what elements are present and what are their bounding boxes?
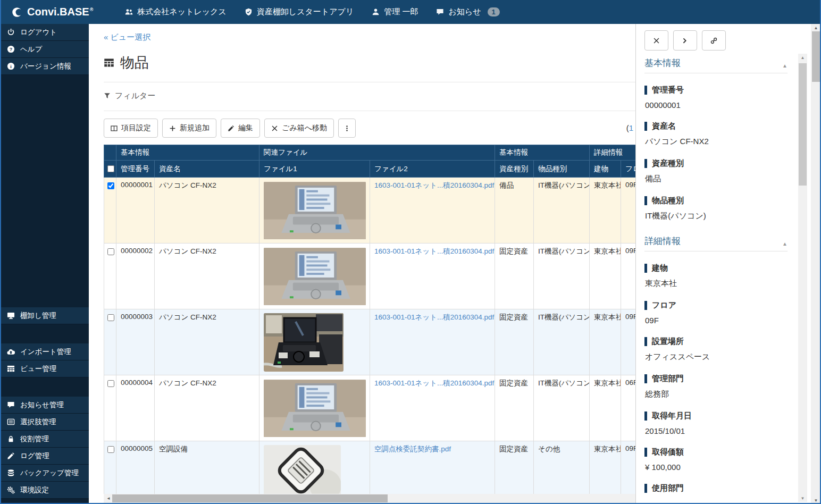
- scroll-down-arrow-icon[interactable]: ▼: [811, 497, 821, 504]
- table-row[interactable]: 00000003 パソコン CF-NX2 1603-001-01ネット...積2…: [104, 309, 636, 375]
- panel-section-detail-info[interactable]: 詳細情報 ▲: [644, 235, 788, 251]
- row-checkbox[interactable]: [107, 182, 114, 189]
- collapse-arrow-icon[interactable]: ▲: [782, 241, 788, 247]
- ellipsis-v-icon: [344, 125, 350, 132]
- more-actions-button[interactable]: [338, 119, 356, 138]
- row-checkbox[interactable]: [107, 248, 114, 255]
- edit-button[interactable]: 編集: [221, 119, 260, 138]
- column-header[interactable]: 物品種別: [534, 161, 590, 178]
- sidebar-item-label: バージョン情報: [20, 62, 71, 71]
- horizontal-scrollbar-thumb[interactable]: [112, 494, 388, 502]
- field-label: 取得年月日: [652, 411, 692, 421]
- table-icon: [104, 57, 114, 68]
- sidebar-item-notices[interactable]: お知らせ管理: [0, 397, 89, 414]
- field-accent-bar: [644, 484, 647, 493]
- laptop-photo[interactable]: [264, 247, 366, 306]
- table-toolbar: 項目設定 新規追加 編集 ごみ箱へ移動 (1: [104, 119, 635, 138]
- table-row[interactable]: 00000004 パソコン CF-NX2 1603-001-01ネット...積2…: [104, 375, 636, 441]
- view-select-link[interactable]: « ビュー選択: [104, 32, 150, 43]
- column-header[interactable]: ファイル2: [370, 161, 495, 178]
- page-scrollbar[interactable]: ▲ ▼: [811, 24, 821, 504]
- sidebar-item-settings[interactable]: 環境設定: [0, 482, 89, 499]
- sidebar-item-logout[interactable]: ログアウト: [0, 24, 89, 41]
- field-label: 取得価額: [652, 447, 684, 457]
- sidebar-item-label: ビュー管理: [20, 364, 56, 374]
- nav-user[interactable]: 管理 一郎: [372, 7, 418, 17]
- pdf-link[interactable]: 1603-001-01ネット...積20160304.pdf: [374, 379, 494, 387]
- sidebar-item-backup[interactable]: バックアップ管理: [0, 465, 89, 482]
- panel-field: 取得年月日 2015/10/01: [644, 411, 788, 435]
- cell-name: パソコン CF-NX2: [155, 178, 259, 243]
- panel-toolbar: [644, 30, 788, 51]
- column-header[interactable]: 管理番号: [116, 161, 155, 178]
- table-row[interactable]: 00000005 空調設備 空調点検委託契約書.pdf 固定資産 その他 東京本…: [104, 441, 636, 500]
- selection-count: (1: [626, 123, 633, 132]
- panel-scrollbar[interactable]: ▲ ▼: [798, 54, 807, 502]
- scroll-left-arrow-icon[interactable]: ◄: [105, 494, 112, 503]
- column-settings-button[interactable]: 項目設定: [104, 119, 158, 138]
- column-header[interactable]: 資産名: [155, 161, 259, 178]
- field-accent-bar: [644, 159, 647, 168]
- column-header[interactable]: ファイル1: [259, 161, 370, 178]
- collapse-arrow-icon[interactable]: ▲: [782, 63, 788, 69]
- cell-id: 00000004: [116, 375, 155, 441]
- panel-section-basic-info[interactable]: 基本情報 ▲: [644, 57, 788, 73]
- cell-floor: 09F: [621, 178, 635, 243]
- air-conditioner-photo[interactable]: [264, 445, 341, 496]
- scroll-up-arrow-icon[interactable]: ▲: [798, 54, 807, 61]
- add-new-button[interactable]: 新規追加: [162, 119, 216, 138]
- sidebar-item-choices[interactable]: 選択肢管理: [0, 414, 89, 431]
- app-logo[interactable]: Convi.BASE®: [0, 6, 107, 18]
- cell-name: パソコン CF-NX2: [155, 375, 259, 441]
- sidebar-item-help[interactable]: ヘルプ: [0, 41, 89, 58]
- cell-name: パソコン CF-NX2: [155, 243, 259, 309]
- select-all-checkbox[interactable]: [107, 165, 114, 172]
- link-icon: [710, 37, 717, 44]
- lock-icon: [7, 435, 15, 443]
- button-label: 新規追加: [180, 123, 210, 133]
- nav-app[interactable]: 資産棚卸しスタートアプリ: [245, 7, 354, 17]
- sidebar-item-views[interactable]: ビュー管理: [0, 360, 89, 377]
- nav-notifications[interactable]: お知らせ 1: [436, 7, 499, 17]
- row-checkbox[interactable]: [107, 446, 114, 453]
- table-row[interactable]: 00000002 パソコン CF-NX2 1603-001-01ネット...積2…: [104, 243, 636, 309]
- column-header[interactable]: フロア: [621, 161, 635, 178]
- column-header-row: 管理番号 資産名 ファイル1 ファイル2 資産種別 物品種別 建物 フロア: [104, 161, 636, 178]
- sidebar-item-label: 役割管理: [20, 434, 49, 444]
- page-scrollbar-thumb[interactable]: [812, 31, 820, 82]
- cell-floor: 06F: [621, 375, 635, 441]
- scroll-up-arrow-icon[interactable]: ▲: [811, 24, 821, 31]
- pdf-link[interactable]: 1603-001-01ネット...積20160304.pdf: [374, 181, 494, 189]
- row-checkbox[interactable]: [107, 380, 114, 387]
- sidebar-item-import[interactable]: インポート管理: [0, 343, 89, 360]
- laptop-photo[interactable]: [264, 181, 366, 240]
- laptop-desk-photo[interactable]: [264, 313, 344, 372]
- move-to-trash-button[interactable]: ごみ箱へ移動: [264, 119, 334, 138]
- row-checkbox[interactable]: [107, 314, 114, 321]
- field-accent-bar: [644, 196, 647, 205]
- field-accent-bar: [644, 86, 647, 95]
- column-header[interactable]: 資産種別: [495, 161, 534, 178]
- cell-asset-type: 固定資産: [495, 309, 534, 375]
- close-panel-button[interactable]: [644, 30, 668, 51]
- pdf-link[interactable]: 1603-001-01ネット...積20160304.pdf: [374, 247, 494, 255]
- cell-asset-type: 備品: [495, 178, 534, 243]
- cell-floor: 09F: [621, 309, 635, 375]
- nav-company[interactable]: 株式会社ネットレックス: [125, 7, 226, 17]
- cloud-upload-icon: [7, 348, 15, 356]
- sidebar-item-label: ログアウト: [20, 28, 57, 37]
- next-record-button[interactable]: [673, 30, 697, 51]
- table-row[interactable]: 00000001 パソコン CF-NX2 1603-001-01ネット...積2…: [104, 178, 636, 243]
- sidebar-item-roles[interactable]: 役割管理: [0, 431, 89, 448]
- pdf-link[interactable]: 1603-001-01ネット...積20160304.pdf: [374, 313, 494, 321]
- sidebar-item-logs[interactable]: ログ管理: [0, 448, 89, 465]
- column-header[interactable]: 建物: [590, 161, 621, 178]
- copy-link-button[interactable]: [702, 30, 726, 51]
- sidebar-item-inventory[interactable]: 棚卸し管理: [0, 307, 89, 324]
- pdf-link[interactable]: 空調点検委託契約書.pdf: [374, 445, 451, 453]
- scroll-down-arrow-icon[interactable]: ▼: [798, 494, 807, 502]
- sidebar-item-version[interactable]: バージョン情報: [0, 58, 89, 75]
- horizontal-scrollbar[interactable]: ◄: [104, 494, 635, 503]
- laptop-photo[interactable]: [264, 379, 366, 438]
- panel-scrollbar-thumb[interactable]: [799, 63, 807, 186]
